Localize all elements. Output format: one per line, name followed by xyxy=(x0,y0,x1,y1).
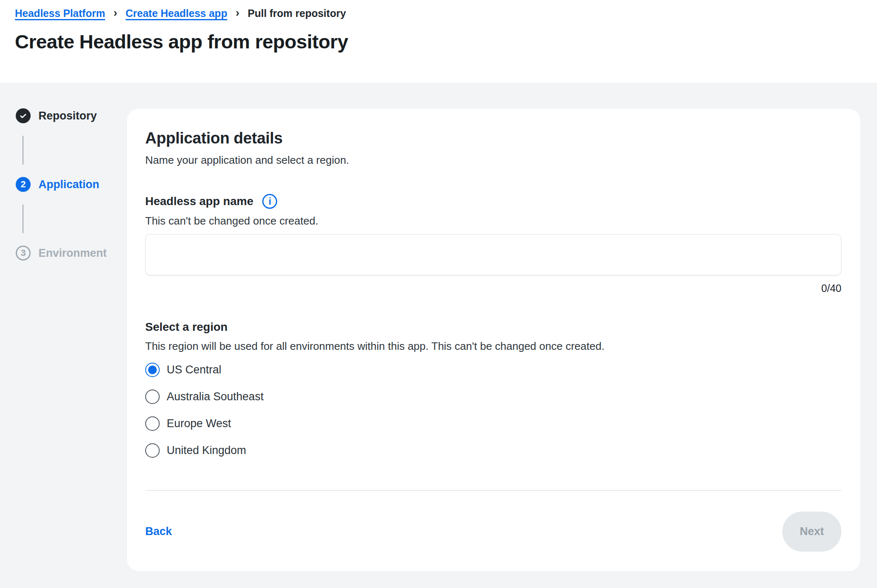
card-footer: Back Next xyxy=(145,512,841,552)
radio-button-icon[interactable] xyxy=(145,416,160,431)
card-subheading: Name your application and select a regio… xyxy=(145,154,841,167)
region-section-label: Select a region xyxy=(145,320,841,334)
radio-button-icon[interactable] xyxy=(145,390,160,404)
region-description: This region will be used for all environ… xyxy=(145,340,841,353)
next-button[interactable]: Next xyxy=(782,512,841,552)
stepper-item-environment: 3 Environment xyxy=(16,246,127,261)
radio-option-label: Australia Southeast xyxy=(167,390,264,403)
info-icon[interactable]: i xyxy=(262,194,277,209)
page-header: Headless Platform › Create Headless app … xyxy=(0,0,877,83)
chevron-right-icon: › xyxy=(235,7,239,19)
breadcrumb-current: Pull from repository xyxy=(248,7,346,19)
app-name-helper-text: This can't be changed once created. xyxy=(145,215,841,227)
app-name-label: Headless app name xyxy=(145,195,253,208)
breadcrumb-link-headless-platform[interactable]: Headless Platform xyxy=(15,7,105,19)
chevron-right-icon: › xyxy=(113,7,117,19)
stepper-item-label: Application xyxy=(38,178,99,191)
app-name-input[interactable] xyxy=(145,234,841,275)
stepper-connector xyxy=(22,204,24,233)
stepper-item-application[interactable]: 2 Application xyxy=(16,177,127,192)
radio-option-label: United Kingdom xyxy=(167,444,246,457)
footer-divider xyxy=(145,490,841,491)
wizard-stepper: Repository 2 Application 3 Environment xyxy=(0,83,127,261)
app-name-label-row: Headless app name i xyxy=(145,194,841,209)
region-radio-group: US Central Australia Southeast Europe We… xyxy=(145,363,841,458)
application-details-card: Application details Name your applicatio… xyxy=(127,109,860,571)
radio-option-label: US Central xyxy=(167,363,221,376)
page-title: Create Headless app from repository xyxy=(15,30,860,53)
step-number-badge: 2 xyxy=(16,177,31,192)
radio-button-icon[interactable] xyxy=(145,443,160,458)
card-heading: Application details xyxy=(145,129,841,147)
character-counter: 0/40 xyxy=(145,282,841,294)
page: Headless Platform › Create Headless app … xyxy=(0,0,877,588)
back-button[interactable]: Back xyxy=(145,525,172,538)
content-area: Repository 2 Application 3 Environment A… xyxy=(0,83,877,588)
radio-option-united-kingdom[interactable]: United Kingdom xyxy=(145,443,841,458)
step-complete-check-icon xyxy=(16,108,31,123)
breadcrumb-link-create-headless-app[interactable]: Create Headless app xyxy=(125,7,227,19)
radio-option-australia-southeast[interactable]: Australia Southeast xyxy=(145,390,841,404)
step-number-badge: 3 xyxy=(16,246,31,261)
radio-option-label: Europe West xyxy=(167,417,231,430)
stepper-connector xyxy=(22,136,24,165)
stepper-item-repository[interactable]: Repository xyxy=(16,108,127,123)
radio-button-icon[interactable] xyxy=(145,363,160,377)
stepper-item-label: Repository xyxy=(38,110,97,122)
stepper-item-label: Environment xyxy=(38,247,107,260)
radio-option-us-central[interactable]: US Central xyxy=(145,363,841,377)
breadcrumb: Headless Platform › Create Headless app … xyxy=(15,7,860,19)
radio-option-europe-west[interactable]: Europe West xyxy=(145,416,841,431)
